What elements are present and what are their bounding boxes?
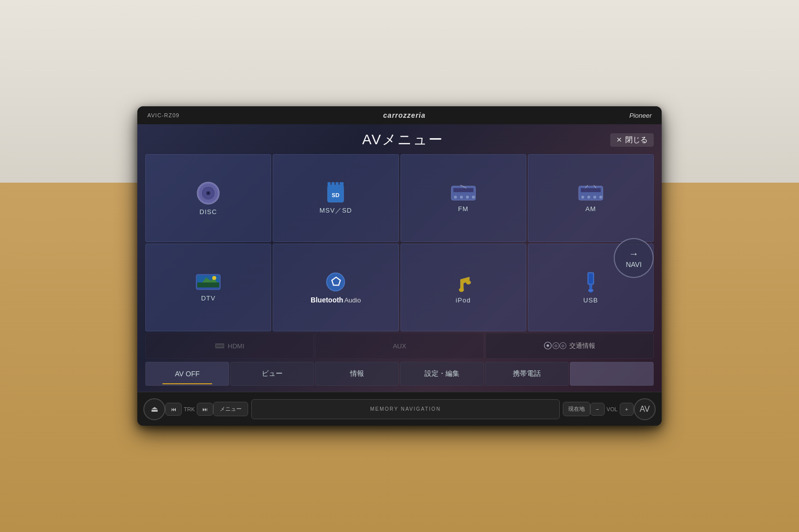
tab-bar: AV OFF ビュー 情報 設定・編集 携帯電話 (145, 362, 654, 386)
usb-icon (584, 271, 598, 293)
tab-info[interactable]: 情報 (315, 362, 399, 386)
svg-point-14 (460, 196, 463, 199)
svg-rect-37 (589, 273, 593, 283)
av-button[interactable]: AV (634, 398, 656, 420)
svg-rect-9 (340, 182, 344, 189)
bottom-item-traffic[interactable]: ⦿⦾⦾ 交通情報 (485, 333, 654, 359)
vol-minus-button[interactable]: − (590, 403, 604, 416)
svg-point-3 (207, 192, 210, 194)
fm-label: FM (458, 205, 468, 213)
menu-item-bluetooth[interactable]: ⬠ Bluetooth Audio (273, 244, 399, 331)
screen-header: AVメニュー ✕ 閉じる (145, 130, 654, 149)
tab-view[interactable]: ビュー (230, 362, 314, 386)
menu-label: メニュー (220, 405, 242, 413)
aux-label: AUX (393, 342, 406, 350)
screen-title: AVメニュー (195, 130, 610, 149)
tab-av-off[interactable]: AV OFF (145, 362, 229, 386)
bt-audio-label: Audio (344, 296, 361, 304)
prev-icon: ⏮ (171, 406, 176, 412)
ipod-icon (454, 271, 472, 293)
memory-nav-strip: MEMORY NAVIGATION (251, 399, 560, 419)
svg-rect-19 (581, 188, 601, 192)
svg-point-31 (212, 276, 216, 280)
tab-phone-label: 携帯電話 (513, 369, 541, 378)
close-button[interactable]: ✕ 閉じる (610, 133, 654, 147)
next-icon: ⏭ (202, 406, 208, 412)
menu-item-msv-sd[interactable]: SD MSV／SD (273, 154, 399, 242)
svg-point-16 (472, 196, 475, 199)
vol-group: − VOL + (590, 403, 634, 416)
svg-point-15 (466, 196, 469, 199)
svg-rect-6 (328, 182, 331, 189)
vol-label: VOL (607, 406, 618, 412)
menu-grid: DISC SD MSV／SD (145, 154, 654, 331)
disc-icon (196, 181, 220, 205)
svg-rect-28 (197, 282, 219, 287)
av-label: AV (640, 405, 650, 414)
svg-rect-41 (216, 345, 223, 347)
menu-item-dtv[interactable]: DTV (145, 244, 271, 331)
tab-settings[interactable]: 設定・編集 (400, 362, 484, 386)
traffic-label: 交通情報 (569, 341, 595, 350)
menu-item-am[interactable]: AM (528, 154, 654, 242)
tab-view-label: ビュー (262, 369, 283, 378)
svg-text:SD: SD (332, 192, 340, 198)
prev-track-button[interactable]: ⏮ (165, 403, 182, 416)
svg-point-22 (593, 196, 596, 199)
tab-info-label: 情報 (350, 369, 364, 378)
close-label: 閉じる (625, 135, 648, 145)
hdmi-icon (215, 342, 225, 349)
tab-phone[interactable]: 携帯電話 (485, 362, 569, 386)
bt-bold-label: Bluetooth (311, 296, 343, 304)
screen: AVメニュー ✕ 閉じる DISC (137, 124, 662, 392)
menu-item-fm[interactable]: FM (400, 154, 526, 242)
wave-icon: ⦿⦾⦾ (543, 341, 566, 351)
location-button[interactable]: 現在地 (563, 402, 590, 416)
usb-label: USB (583, 296, 598, 304)
next-track-button[interactable]: ⏭ (197, 403, 213, 416)
svg-rect-7 (332, 182, 335, 189)
trk-label: TRK (184, 406, 195, 412)
svg-point-13 (454, 196, 457, 199)
top-bar: AVIC-RZ09 carrozzeria Pioneer (137, 106, 662, 124)
hdmi-label: HDMI (228, 342, 244, 350)
eject-icon: ⏏ (151, 404, 158, 414)
physical-bar: ⏏ ⏮ TRK ⏭ メニュー MEMORY NAVIGATION 現在地 − V… (137, 392, 662, 426)
bluetooth-icon: ⬠ (326, 271, 346, 293)
vol-plus-button[interactable]: + (620, 403, 634, 416)
menu-grid-area: DISC SD MSV／SD (145, 154, 654, 331)
tab-av-off-label: AV OFF (175, 370, 200, 378)
am-radio-icon (578, 184, 604, 202)
tv-icon (195, 273, 221, 291)
bottom-item-aux[interactable]: AUX (315, 333, 483, 359)
close-x-icon: ✕ (616, 136, 622, 144)
location-label: 現在地 (568, 405, 585, 413)
brand-carrozzeria: carrozzeria (383, 111, 425, 119)
menu-button[interactable]: メニュー (213, 402, 248, 416)
bottom-item-hdmi[interactable]: HDMI (145, 333, 314, 359)
svg-point-21 (587, 196, 590, 199)
eject-button[interactable]: ⏏ (143, 398, 165, 420)
msv-sd-label: MSV／SD (320, 206, 352, 215)
svg-point-34 (459, 288, 464, 292)
fm-radio-icon (450, 184, 476, 202)
menu-item-ipod[interactable]: iPod (400, 244, 526, 331)
svg-point-23 (599, 196, 602, 199)
disc-label: DISC (200, 208, 217, 216)
navi-button[interactable]: → NAVI (614, 238, 654, 278)
menu-item-disc[interactable]: DISC (145, 154, 271, 242)
svg-text:⬠: ⬠ (331, 275, 341, 288)
car-av-unit: AVIC-RZ09 carrozzeria Pioneer AVメニュー ✕ 閉… (137, 106, 662, 426)
trk-group: ⏮ TRK ⏭ (165, 403, 213, 416)
am-label: AM (585, 205, 596, 213)
minus-icon: − (596, 406, 599, 412)
svg-point-20 (581, 196, 584, 199)
tab-extra[interactable] (570, 362, 654, 386)
svg-rect-12 (453, 188, 473, 192)
bluetooth-label: Bluetooth Audio (311, 296, 361, 304)
svg-point-35 (466, 280, 471, 284)
navi-label: NAVI (626, 261, 642, 268)
brand-pioneer: Pioneer (629, 112, 652, 119)
tab-settings-label: 設定・編集 (424, 369, 459, 378)
dtv-label: DTV (201, 294, 216, 302)
